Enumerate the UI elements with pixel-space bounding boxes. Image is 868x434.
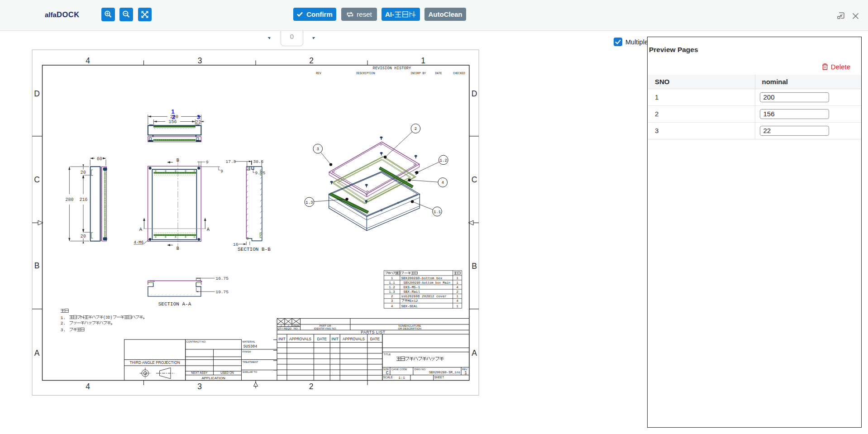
svg-text:B: B bbox=[34, 261, 40, 270]
svg-text:1: 1 bbox=[464, 371, 467, 376]
svg-text:20: 20 bbox=[81, 234, 86, 239]
svg-text:APPLICATION: APPLICATION bbox=[201, 376, 225, 380]
svg-text:4: 4 bbox=[441, 181, 444, 185]
svg-text:DATE: DATE bbox=[435, 72, 442, 75]
svg-text:SBX-Rail: SBX-Rail bbox=[404, 290, 420, 294]
svg-text:APPROVALS: APPROVALS bbox=[289, 337, 312, 341]
svg-text:1.3: 1.3 bbox=[389, 290, 395, 294]
svg-text:3: 3 bbox=[197, 114, 200, 120]
svg-text:APPROVALS: APPROVALS bbox=[343, 337, 365, 341]
svg-text:1.2: 1.2 bbox=[389, 286, 395, 289]
svg-text:D: D bbox=[34, 89, 40, 98]
svg-text:NEXT ASSY: NEXT ASSY bbox=[191, 371, 208, 374]
svg-text:PARTS LIST: PARTS LIST bbox=[361, 330, 386, 334]
svg-text:3.: 3. bbox=[61, 328, 66, 333]
svg-text:A: A bbox=[472, 348, 477, 358]
svg-text:ITEM: ITEM bbox=[293, 324, 299, 327]
svg-text:9.75: 9.75 bbox=[255, 171, 266, 176]
svg-text:NO.: NO. bbox=[294, 327, 299, 330]
svg-text:2.: 2. bbox=[61, 321, 66, 326]
svg-text:1.2: 1.2 bbox=[440, 158, 447, 163]
svg-text:USED ON: USED ON bbox=[220, 371, 234, 374]
svg-text:1.1: 1.1 bbox=[389, 281, 395, 285]
svg-text:C: C bbox=[386, 371, 389, 376]
svg-text:1: 1 bbox=[456, 277, 458, 280]
svg-text:A: A bbox=[207, 227, 210, 232]
svg-text:3: 3 bbox=[317, 147, 319, 152]
svg-text:1:1: 1:1 bbox=[399, 376, 405, 380]
svg-text:IDENTIFYING NO.: IDENTIFYING NO. bbox=[314, 327, 337, 330]
svg-text:MATERIAL: MATERIAL bbox=[243, 340, 256, 343]
svg-text:4-M6: 4-M6 bbox=[134, 240, 144, 245]
svg-text:SBX200280-bottom box: SBX200280-bottom box bbox=[401, 277, 443, 280]
svg-text:SHEET: SHEET bbox=[434, 376, 444, 379]
svg-text:SBX-SEAL: SBX-SEAL bbox=[401, 305, 418, 308]
svg-text:1.: 1. bbox=[61, 315, 66, 320]
svg-text:2: 2 bbox=[415, 127, 417, 131]
svg-text:280: 280 bbox=[65, 197, 73, 202]
svg-text:SIMILAR TO: SIMILAR TO bbox=[243, 371, 258, 373]
svg-text:2: 2 bbox=[172, 114, 176, 120]
svg-text:(3D): (3D) bbox=[103, 315, 112, 320]
svg-text:SECTION A-A: SECTION A-A bbox=[158, 301, 191, 307]
svg-text:B: B bbox=[472, 262, 477, 271]
svg-text:THIRD ANGLE PROJECTION: THIRD ANGLE PROJECTION bbox=[130, 360, 180, 365]
svg-text:22: 22 bbox=[196, 120, 201, 125]
svg-text:1: 1 bbox=[456, 295, 458, 298]
svg-text:SBX200280-bottom box Main: SBX200280-bottom box Main bbox=[404, 281, 450, 285]
svg-text:1: 1 bbox=[456, 281, 458, 285]
svg-text:REV: REV bbox=[316, 72, 321, 75]
svg-text:FINISH: FINISH bbox=[243, 350, 251, 353]
svg-text:1.1: 1.1 bbox=[434, 210, 441, 215]
svg-text:TITLE: TITLE bbox=[384, 353, 391, 356]
svg-text:SECTION B-B: SECTION B-B bbox=[238, 247, 271, 252]
svg-text:19.75: 19.75 bbox=[216, 290, 229, 295]
svg-text:4: 4 bbox=[86, 56, 90, 65]
svg-text:INCORP BY: INCORP BY bbox=[410, 72, 426, 75]
svg-text:20: 20 bbox=[81, 170, 86, 175]
svg-text:4: 4 bbox=[86, 382, 90, 391]
svg-text:alfa: alfa bbox=[45, 11, 57, 19]
svg-text:9: 9 bbox=[220, 169, 223, 174]
svg-text:REVISION HISTORY: REVISION HISTORY bbox=[373, 66, 411, 71]
svg-text:C: C bbox=[472, 175, 477, 184]
svg-text:D: D bbox=[472, 89, 477, 98]
svg-text:DATE: DATE bbox=[370, 337, 380, 341]
svg-text:38.5: 38.5 bbox=[253, 159, 264, 164]
svg-text:1: 1 bbox=[456, 305, 458, 308]
svg-text:1: 1 bbox=[421, 56, 425, 65]
svg-text:PART OR: PART OR bbox=[320, 324, 332, 327]
svg-text:3: 3 bbox=[197, 382, 202, 391]
svg-text:B: B bbox=[176, 246, 179, 251]
svg-text:2: 2 bbox=[391, 295, 393, 298]
svg-text:ssb202806 202812 cover: ssb202806 202812 cover bbox=[401, 295, 447, 298]
svg-text:3: 3 bbox=[198, 56, 202, 65]
svg-text:CONTRACT NO.: CONTRACT NO. bbox=[186, 340, 206, 343]
svg-text:OR DESCRIPTION: OR DESCRIPTION bbox=[398, 327, 421, 330]
svg-text:60: 60 bbox=[97, 157, 102, 162]
svg-text:2: 2 bbox=[456, 290, 458, 294]
svg-text:M5x12: M5x12 bbox=[408, 299, 418, 303]
svg-text:EKS-M5-1: EKS-M5-1 bbox=[404, 286, 420, 289]
svg-text:SCALE: SCALE bbox=[383, 376, 393, 379]
svg-text:4: 4 bbox=[456, 286, 458, 289]
svg-text:9: 9 bbox=[206, 160, 209, 165]
svg-text:REV: REV bbox=[462, 368, 467, 371]
svg-text:B: B bbox=[176, 157, 179, 163]
svg-text:SUS304: SUS304 bbox=[243, 344, 258, 349]
svg-text:1: 1 bbox=[391, 277, 393, 280]
svg-text:156: 156 bbox=[168, 119, 176, 124]
svg-text:QTY REQD: QTY REQD bbox=[277, 327, 292, 330]
svg-text:CAGE CODE: CAGE CODE bbox=[391, 368, 407, 371]
svg-text:DWG NO.: DWG NO. bbox=[415, 368, 426, 371]
svg-text:2: 2 bbox=[309, 382, 314, 391]
svg-text:NOMENCLATURE: NOMENCLATURE bbox=[398, 324, 421, 327]
svg-text:A: A bbox=[139, 227, 143, 232]
svg-text:TREATMENT: TREATMENT bbox=[243, 361, 258, 363]
svg-text:3: 3 bbox=[391, 299, 393, 303]
svg-text:4: 4 bbox=[391, 305, 393, 308]
svg-text:DATE: DATE bbox=[317, 337, 327, 341]
svg-text:DESCRIPTION: DESCRIPTION bbox=[356, 72, 375, 75]
svg-text:DOCK: DOCK bbox=[57, 10, 80, 19]
svg-text:INIT: INIT bbox=[278, 337, 285, 341]
